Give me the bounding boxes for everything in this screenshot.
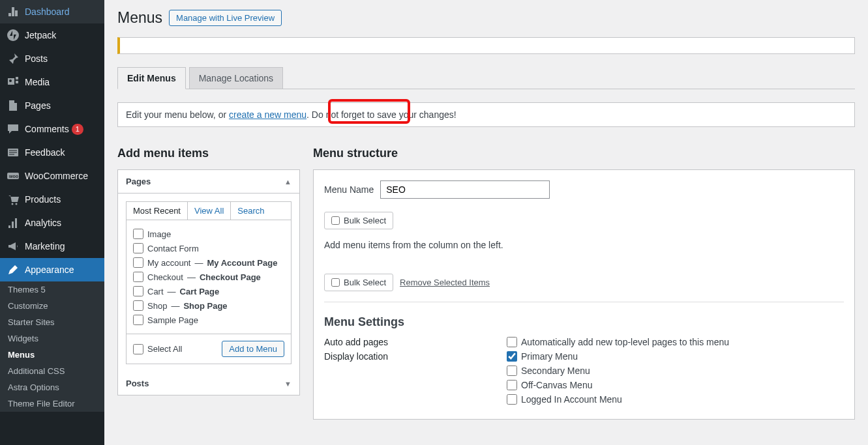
tab-edit-menus[interactable]: Edit Menus	[117, 67, 186, 89]
comments-icon	[7, 122, 20, 136]
bulk-select-checkbox[interactable]	[331, 216, 340, 225]
sidebar-label: Media	[25, 77, 50, 87]
page-item: Sample Page	[133, 313, 284, 327]
bulk-select-bottom[interactable]: Bulk Select	[324, 274, 393, 291]
analytics-icon	[7, 216, 20, 229]
menu-structure-panel: Menu Name Bulk Select Add menu items fro…	[313, 169, 855, 420]
accordion-posts-header[interactable]: Posts ▼	[118, 372, 299, 395]
sidebar-item-media[interactable]: Media	[0, 70, 104, 94]
auto-add-pages-label: Auto add pages	[324, 337, 507, 347]
select-all-checkbox[interactable]	[133, 344, 143, 354]
tab-manage-locations[interactable]: Manage Locations	[189, 67, 283, 89]
info-bar: Edit your menu below, or create a new me…	[117, 102, 855, 127]
submenu-additional-css[interactable]: Additional CSS	[0, 363, 104, 379]
page-checkbox[interactable]	[133, 257, 143, 268]
page-item: Image	[133, 227, 284, 241]
inner-tab-recent[interactable]: Most Recent	[127, 202, 188, 220]
sidebar-item-pages[interactable]: Pages	[0, 94, 104, 117]
sidebar-label: Analytics	[25, 218, 61, 228]
submenu-themes[interactable]: Themes 5	[0, 281, 104, 298]
auto-add-checkbox[interactable]	[507, 337, 517, 347]
add-menu-items-column: Add menu items Pages ▲ Most Recent View …	[117, 147, 300, 420]
submenu-menus[interactable]: Menus	[0, 347, 104, 363]
marketing-icon	[7, 240, 20, 253]
info-suffix: . Do not forget to save your changes!	[307, 109, 456, 120]
select-all-label[interactable]: Select All	[133, 342, 182, 356]
bulk-select-top[interactable]: Bulk Select	[324, 212, 393, 229]
page-checkbox[interactable]	[133, 272, 143, 282]
location-loggedin-checkbox[interactable]	[507, 394, 517, 405]
sidebar-item-jetpack[interactable]: Jetpack	[0, 23, 104, 47]
add-to-menu-button[interactable]: Add to Menu	[222, 341, 284, 357]
menu-name-label: Menu Name	[324, 184, 374, 195]
accordion-pages-header[interactable]: Pages ▲	[118, 170, 299, 194]
comments-badge: 1	[72, 124, 83, 135]
sidebar-label: WooCommerce	[25, 171, 88, 181]
chevron-up-icon: ▲	[284, 178, 292, 186]
admin-sidebar: Dashboard Jetpack Posts Media Pages Comm…	[0, 0, 104, 445]
woo-icon: woo	[7, 169, 20, 182]
sidebar-item-appearance[interactable]: Appearance	[0, 258, 104, 281]
sidebar-item-posts[interactable]: Posts	[0, 47, 104, 70]
page-checkbox[interactable]	[133, 229, 143, 239]
pages-actions: Select All Add to Menu	[126, 334, 292, 364]
location-primary-checkbox[interactable]	[507, 351, 517, 362]
submenu-astra-options[interactable]: Astra Options	[0, 379, 104, 395]
submenu-widgets[interactable]: Widgets	[0, 330, 104, 347]
chevron-down-icon: ▼	[284, 380, 292, 388]
nav-tabs: Edit Menus Manage Locations	[117, 67, 855, 89]
bulk-select-checkbox[interactable]	[331, 278, 340, 287]
sidebar-item-products[interactable]: Products	[0, 188, 104, 211]
submenu-starter-sites[interactable]: Starter Sites	[0, 314, 104, 330]
svg-point-5	[16, 203, 18, 205]
sidebar-item-comments[interactable]: Comments1	[0, 117, 104, 141]
jetpack-icon	[7, 29, 20, 42]
location-secondary-checkbox[interactable]	[507, 366, 517, 376]
feedback-icon	[7, 146, 20, 159]
info-prefix: Edit your menu below, or	[126, 109, 229, 120]
sidebar-item-analytics[interactable]: Analytics	[0, 211, 104, 235]
main-content: Menus Manage with Live Preview Edit Menu…	[104, 0, 868, 445]
submenu-theme-file-editor[interactable]: Theme File Editor	[0, 395, 104, 412]
svg-point-0	[7, 29, 19, 41]
inner-tab-all[interactable]: View All	[188, 202, 231, 220]
sidebar-item-marketing[interactable]: Marketing	[0, 235, 104, 258]
menu-name-input[interactable]	[380, 180, 550, 199]
inner-tab-search[interactable]: Search	[231, 202, 271, 220]
sidebar-label: Pages	[25, 100, 51, 111]
accordion-pages: Pages ▲ Most Recent View All Search Imag…	[117, 169, 300, 395]
sidebar-label: Comments	[25, 124, 69, 134]
pages-icon	[7, 99, 20, 112]
dashboard-icon	[7, 5, 20, 18]
location-offcanvas-checkbox[interactable]	[507, 380, 517, 390]
pin-icon	[7, 52, 20, 65]
sidebar-label: Jetpack	[25, 30, 56, 40]
menu-structure-title: Menu structure	[313, 147, 855, 160]
sidebar-item-woocommerce[interactable]: wooWooCommerce	[0, 164, 104, 188]
create-new-menu-link[interactable]: create a new menu	[229, 109, 307, 120]
submenu-customize[interactable]: Customize	[0, 298, 104, 314]
page-checkbox[interactable]	[133, 300, 143, 311]
sidebar-label: Appearance	[25, 265, 74, 275]
pages-inner-tabs: Most Recent View All Search	[126, 201, 292, 220]
manage-live-preview-button[interactable]: Manage with Live Preview	[169, 10, 282, 26]
add-items-title: Add menu items	[117, 147, 300, 160]
display-location-label: Display location	[324, 351, 507, 362]
sidebar-item-dashboard[interactable]: Dashboard	[0, 0, 104, 23]
svg-point-4	[12, 203, 14, 205]
media-icon	[7, 76, 20, 89]
appearance-icon	[7, 263, 20, 276]
menu-structure-column: Menu structure Menu Name Bulk Select Add…	[313, 147, 855, 420]
pages-checklist: Image Contact Form My account — My Accou…	[126, 220, 292, 334]
page-checkbox[interactable]	[133, 243, 143, 253]
page-item: My account — My Account Page	[133, 255, 284, 270]
sidebar-item-feedback[interactable]: Feedback	[0, 141, 104, 164]
sidebar-label: Feedback	[25, 147, 65, 158]
page-checkbox[interactable]	[133, 286, 143, 296]
empty-help-text: Add menu items from the column on the le…	[324, 240, 844, 250]
themes-badge: 5	[41, 285, 46, 294]
remove-selected-link[interactable]: Remove Selected Items	[400, 278, 490, 287]
menu-settings-title: Menu Settings	[324, 302, 844, 329]
page-checkbox[interactable]	[133, 315, 143, 325]
page-item: Contact Form	[133, 241, 284, 255]
